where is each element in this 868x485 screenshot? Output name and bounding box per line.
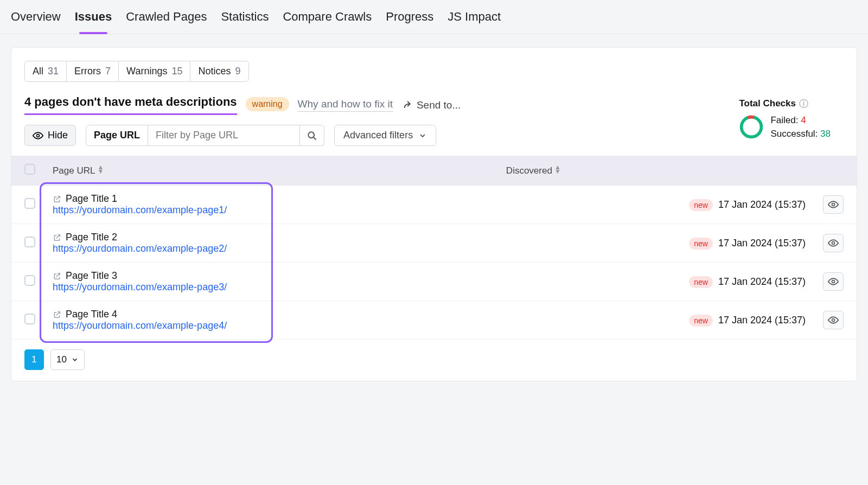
col-page-url[interactable]: Page URL▲▼	[44, 156, 497, 186]
filter-input[interactable]	[148, 125, 300, 146]
tab-crawled-pages[interactable]: Crawled Pages	[126, 10, 207, 34]
tab-compare-crawls[interactable]: Compare Crawls	[283, 10, 372, 34]
sort-icon: ▲▼	[554, 165, 561, 173]
info-icon[interactable]: ⓘ	[799, 98, 808, 110]
external-link-icon[interactable]	[53, 233, 61, 242]
tab-js-impact[interactable]: JS Impact	[448, 10, 501, 34]
tab-issues[interactable]: Issues	[75, 10, 112, 34]
eye-icon	[828, 199, 839, 210]
segment-count: 7	[105, 66, 111, 77]
row-checkbox[interactable]	[24, 314, 35, 324]
success-count: 38	[820, 129, 831, 139]
svg-point-1	[308, 132, 314, 138]
segment-count: 9	[235, 66, 240, 77]
sort-icon: ▲▼	[97, 165, 104, 173]
send-to-label: Send to...	[417, 99, 461, 111]
segment-count: 31	[48, 66, 59, 77]
warning-badge: warning	[246, 97, 289, 111]
page-title: Page Title 3	[66, 270, 117, 282]
page-url-link[interactable]: https://yourdomain.com/example-page1/	[53, 205, 489, 216]
segment-all[interactable]: All31	[24, 61, 67, 82]
page-size-value: 10	[56, 354, 67, 365]
svg-point-5	[832, 203, 835, 206]
new-badge: new	[689, 276, 713, 288]
segment-label: Notices	[198, 66, 231, 77]
external-link-icon[interactable]	[53, 195, 61, 203]
send-to-button[interactable]: Send to...	[401, 99, 461, 111]
advanced-filters-label: Advanced filters	[343, 130, 413, 141]
failed-count: 4	[801, 115, 806, 125]
page-title: Page Title 2	[66, 232, 117, 243]
discovered-date: 17 Jan 2024 (15:37)	[718, 199, 806, 210]
segment-count: 15	[171, 66, 182, 77]
progress-ring-icon	[739, 114, 764, 139]
filter-field-label[interactable]: Page URL	[86, 125, 148, 146]
page-number-current[interactable]: 1	[24, 349, 44, 370]
svg-point-7	[832, 280, 835, 283]
discovered-date: 17 Jan 2024 (15:37)	[718, 276, 806, 287]
tab-progress[interactable]: Progress	[386, 10, 433, 34]
svg-point-6	[832, 242, 835, 245]
total-checks-panel: Total Checks ⓘ Failed: 4 Successful: 38	[739, 98, 831, 141]
view-button[interactable]	[823, 311, 844, 329]
eye-icon	[828, 276, 839, 287]
table-row: Page Title 1https://yourdomain.com/examp…	[11, 186, 857, 224]
page-url-link[interactable]: https://yourdomain.com/example-page2/	[53, 243, 489, 254]
external-link-icon[interactable]	[53, 272, 61, 280]
failed-label: Failed:	[770, 115, 798, 125]
issues-card: All31Errors7Warnings15Notices9 4 pages d…	[11, 47, 857, 381]
advanced-filters-button[interactable]: Advanced filters	[334, 125, 436, 146]
segment-label: Errors	[74, 66, 101, 77]
tab-overview[interactable]: Overview	[11, 10, 61, 34]
page-title: Page Title 1	[66, 193, 117, 205]
segment-label: All	[33, 66, 43, 77]
segment-warnings[interactable]: Warnings15	[118, 61, 190, 82]
eye-icon	[828, 315, 839, 326]
page-size-select[interactable]: 10	[50, 349, 85, 370]
discovered-date: 17 Jan 2024 (15:37)	[718, 238, 806, 248]
row-checkbox[interactable]	[24, 198, 35, 209]
table-row: Page Title 3https://yourdomain.com/examp…	[11, 263, 857, 301]
page-url-link[interactable]: https://yourdomain.com/example-page3/	[53, 282, 489, 293]
new-badge: new	[689, 315, 713, 327]
issue-type-segments: All31Errors7Warnings15Notices9	[24, 61, 844, 82]
segment-label: Warnings	[126, 66, 167, 77]
chevron-down-icon	[418, 131, 427, 140]
help-link[interactable]: Why and how to fix it	[298, 98, 393, 112]
discovered-date: 17 Jan 2024 (15:37)	[718, 315, 806, 326]
chevron-down-icon	[71, 356, 79, 363]
view-button[interactable]	[823, 234, 844, 252]
page-url-link[interactable]: https://yourdomain.com/example-page4/	[53, 320, 489, 331]
svg-point-0	[37, 134, 40, 137]
tab-statistics[interactable]: Statistics	[221, 10, 269, 34]
results-table: Page URL▲▼ Discovered▲▼ Page Title 1http…	[11, 156, 857, 340]
hide-button[interactable]: Hide	[24, 125, 76, 146]
new-badge: new	[689, 238, 713, 250]
view-button[interactable]	[823, 195, 844, 214]
total-checks-title: Total Checks	[739, 98, 796, 109]
success-label: Successful:	[770, 129, 818, 139]
segment-errors[interactable]: Errors7	[66, 61, 119, 82]
view-button[interactable]	[823, 272, 844, 291]
col-discovered[interactable]: Discovered▲▼	[497, 156, 814, 186]
external-link-icon[interactable]	[53, 310, 61, 319]
svg-point-8	[832, 319, 835, 322]
select-all-checkbox[interactable]	[24, 164, 35, 175]
eye-icon	[33, 130, 43, 141]
issue-title: 4 pages don't have meta descriptions	[24, 95, 237, 115]
svg-line-2	[314, 137, 316, 139]
search-icon	[307, 130, 317, 141]
new-badge: new	[689, 199, 713, 211]
eye-icon	[828, 238, 839, 248]
row-checkbox[interactable]	[24, 275, 35, 286]
page-title: Page Title 4	[66, 309, 117, 320]
share-arrow-icon	[401, 100, 412, 111]
hide-label: Hide	[48, 130, 68, 141]
table-row: Page Title 2https://yourdomain.com/examp…	[11, 224, 857, 263]
search-button[interactable]	[300, 125, 324, 146]
top-nav: OverviewIssuesCrawled PagesStatisticsCom…	[0, 0, 868, 34]
row-checkbox[interactable]	[24, 237, 35, 247]
segment-notices[interactable]: Notices9	[190, 61, 248, 82]
table-row: Page Title 4https://yourdomain.com/examp…	[11, 301, 857, 340]
svg-point-3	[742, 117, 762, 137]
